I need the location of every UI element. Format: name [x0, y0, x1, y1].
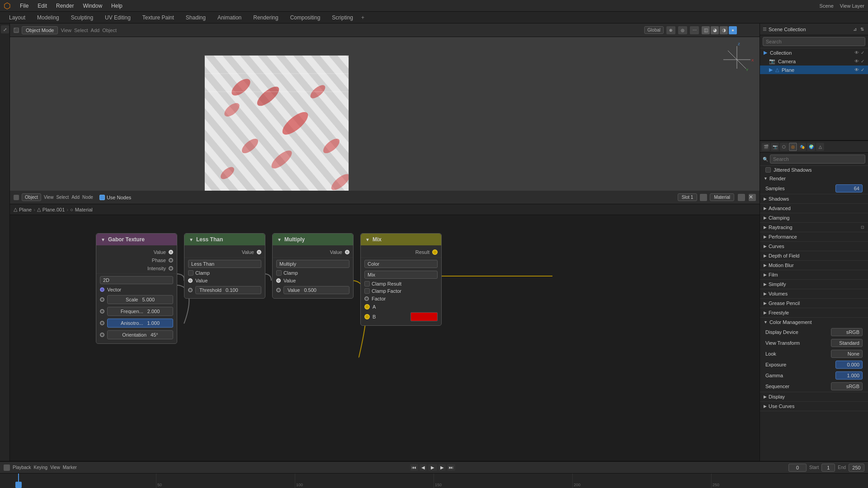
- film-header[interactable]: ▶ Film: [760, 270, 868, 279]
- tab-rendering[interactable]: Rendering: [248, 13, 283, 22]
- camera-exclude-icon[interactable]: ✓: [861, 59, 864, 64]
- mix-b-socket[interactable]: [364, 314, 370, 319]
- clamping-header[interactable]: ▶ Clamping: [760, 213, 868, 222]
- gabor-output-value-socket[interactable]: [169, 250, 173, 254]
- playback-menu[interactable]: Playback: [13, 465, 31, 470]
- play-btn[interactable]: ▶: [428, 464, 437, 471]
- use-nodes-toggle[interactable]: Use Nodes: [99, 195, 131, 200]
- menu-render[interactable]: Render: [52, 2, 77, 10]
- menu-help[interactable]: Help: [108, 2, 126, 10]
- multiply-value2-field[interactable]: Value 0.500: [283, 286, 349, 294]
- shadows-header[interactable]: ▶ Shadows: [760, 194, 868, 203]
- end-frame-field[interactable]: 250: [849, 464, 864, 472]
- material-selector[interactable]: Material: [710, 193, 734, 201]
- node-select-menu[interactable]: Select: [56, 195, 69, 200]
- viewport-canvas[interactable]: Z X Y: [10, 37, 760, 191]
- colormgmt-header[interactable]: ▼ Color Management: [760, 318, 868, 327]
- gabor-freq-socket[interactable]: [100, 309, 104, 314]
- display-header[interactable]: ▶ Display: [760, 392, 868, 401]
- material-copy-btn[interactable]: [738, 194, 745, 201]
- sequencer-value[interactable]: sRGB: [831, 382, 863, 390]
- curves-header[interactable]: ▶ Curves: [760, 242, 868, 251]
- breadcrumb-material[interactable]: Material: [75, 207, 93, 212]
- menu-file[interactable]: File: [16, 2, 32, 10]
- lessthan-threshold-socket[interactable]: [188, 288, 193, 292]
- outliner-item-camera[interactable]: 📷 Camera 👁 ✓: [760, 57, 868, 66]
- tab-modeling[interactable]: Modeling: [32, 13, 65, 22]
- mix-blendtype-select[interactable]: Mix: [364, 271, 438, 279]
- mix-clampfactor-checkbox[interactable]: [364, 288, 370, 294]
- outliner-search-input[interactable]: [763, 37, 865, 46]
- solid-mode-btn[interactable]: ◕: [711, 26, 719, 34]
- material-mode-btn[interactable]: ◑: [720, 26, 728, 34]
- props-object-icon[interactable]: △: [816, 143, 824, 151]
- gabor-collapse-arrow[interactable]: ▼: [101, 237, 105, 242]
- mix-collapse-arrow[interactable]: ▼: [365, 237, 370, 242]
- lessthan-clamp-checkbox[interactable]: [188, 270, 193, 276]
- keying-menu[interactable]: Keying: [34, 465, 48, 470]
- tab-shading[interactable]: Shading: [180, 13, 211, 22]
- left-icon-1[interactable]: ⤢: [1, 25, 9, 33]
- add-menu[interactable]: Add: [91, 28, 100, 33]
- samples-value[interactable]: 64: [835, 184, 863, 192]
- outliner-sort-btn[interactable]: ⇅: [859, 26, 865, 32]
- multiply-output-socket[interactable]: [345, 250, 349, 254]
- outliner-item-scene-collection[interactable]: ▶ Collection 👁 ✓: [760, 48, 868, 57]
- gabor-output-intensity-socket[interactable]: [169, 266, 173, 271]
- motionblur-header[interactable]: ▶ Motion Blur: [760, 261, 868, 270]
- view-transform-value[interactable]: Standard: [831, 339, 863, 347]
- lessthan-threshold-field[interactable]: Threshold 0.100: [195, 286, 261, 294]
- current-frame-indicator[interactable]: [15, 482, 22, 488]
- mix-a-socket[interactable]: [364, 304, 370, 310]
- timeline-view-menu[interactable]: View: [50, 465, 60, 470]
- gabor-freq-field[interactable]: Frequen... 2.000: [107, 307, 173, 316]
- node-add-menu[interactable]: Add: [71, 195, 80, 200]
- mix-clampresult-checkbox[interactable]: [364, 281, 370, 286]
- props-render-icon[interactable]: 📷: [771, 143, 779, 151]
- snap-button[interactable]: ⊕: [666, 26, 675, 34]
- mix-factor-socket[interactable]: [364, 296, 369, 301]
- tab-uv-editing[interactable]: UV Editing: [99, 13, 136, 22]
- prev-frame-btn[interactable]: ◀: [420, 464, 427, 471]
- timeline-track[interactable]: 0 50 100 150 200 250: [0, 474, 868, 488]
- mode-selector[interactable]: Object Mode: [22, 26, 58, 34]
- menu-window[interactable]: Window: [79, 2, 106, 10]
- gabor-aniso-socket[interactable]: [100, 321, 104, 325]
- outliner-item-plane[interactable]: ▶ △ Plane 👁 ✓: [760, 66, 868, 74]
- gabor-vector-socket[interactable]: [100, 287, 104, 292]
- simplify-header[interactable]: ▶ Simplify: [760, 280, 868, 289]
- multiply-header[interactable]: ▼ Multiply: [273, 234, 353, 245]
- gabor-orient-socket[interactable]: [100, 333, 104, 337]
- tab-scripting[interactable]: Scripting: [326, 13, 359, 22]
- mix-b-color-swatch[interactable]: [410, 312, 438, 321]
- tab-compositing[interactable]: Compositing: [285, 13, 326, 22]
- multiply-op-select[interactable]: Multiply: [276, 260, 349, 268]
- toolbar-extra[interactable]: ⋯: [690, 26, 699, 34]
- gabor-scale-field[interactable]: Scale 5.000: [107, 295, 173, 304]
- wireframe-mode-btn[interactable]: ◫: [702, 26, 710, 34]
- breadcrumb-plane[interactable]: Plane: [19, 207, 32, 212]
- gamma-value[interactable]: 1.000: [835, 371, 863, 380]
- material-delete-btn[interactable]: ✕: [749, 194, 756, 201]
- transform-dropdown[interactable]: Global: [644, 26, 664, 34]
- display-device-value[interactable]: sRGB: [831, 328, 863, 336]
- select-menu[interactable]: Select: [74, 28, 88, 33]
- gabor-type-select[interactable]: 2D: [100, 276, 173, 284]
- properties-search-input[interactable]: [770, 155, 865, 164]
- lessthan-collapse-arrow[interactable]: ▼: [189, 237, 193, 242]
- jump-end-btn[interactable]: ⏭: [447, 464, 455, 471]
- gabor-texture-header[interactable]: ▼ Gabor Texture: [96, 234, 177, 245]
- raytracing-header[interactable]: ▶ Raytracing ⊡: [760, 223, 868, 232]
- render-section-header[interactable]: ▼ Render: [760, 174, 868, 183]
- look-value[interactable]: None: [831, 350, 863, 358]
- greasepencil-header[interactable]: ▶ Grease Pencil: [760, 299, 868, 308]
- gabor-scale-socket[interactable]: [100, 297, 104, 302]
- less-than-header[interactable]: ▼ Less Than: [184, 234, 265, 245]
- breadcrumb-plane001[interactable]: Plane.001: [42, 207, 65, 212]
- proportional-edit-button[interactable]: ◎: [678, 26, 687, 34]
- volumes-header[interactable]: ▶ Volumes: [760, 289, 868, 298]
- multiply-value2-socket[interactable]: [276, 288, 281, 292]
- props-output-icon[interactable]: ⬡: [780, 143, 788, 151]
- visibility-icon[interactable]: 👁: [854, 50, 859, 55]
- exposure-value[interactable]: 0.000: [835, 361, 863, 369]
